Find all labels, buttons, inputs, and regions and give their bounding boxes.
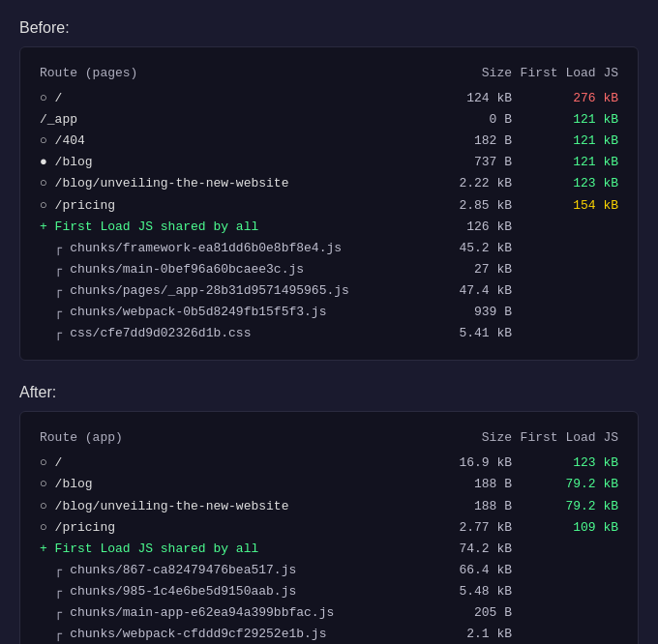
chunk-name: ┌ chunks/main-0bef96a60bcaee3c.js [40,259,434,280]
chunk-name: ┌ css/cfe7dd9d02326d1b.css [40,323,434,344]
before-shared-row: + First Load JS shared by all 126 kB [40,217,618,238]
first-load-cell: 121 kB [512,152,618,173]
size-cell: 188 B [434,496,512,517]
route-cell: ○ / [40,453,434,474]
chunk-size: 45.2 kB [434,238,512,259]
size-cell: 16.9 kB [434,453,512,474]
first-load-cell: 79.2 kB [512,496,618,517]
chunk-row: ┌ chunks/main-0bef96a60bcaee3c.js 27 kB [40,259,618,280]
first-load-cell: 109 kB [512,517,618,539]
chunk-row: ┌ chunks/pages/_app-28b31d9571495965.js … [40,280,618,302]
after-shared-label: + First Load JS shared by all [40,539,434,560]
size-cell: 0 B [434,109,512,131]
chunk-size: 47.4 kB [434,280,512,302]
after-table: Route (app) Size First Load JS ○ / 16.9 … [19,411,639,644]
table-row: ○ / 124 kB 276 kB [40,88,618,109]
route-cell: ○ /404 [40,131,434,152]
size-cell: 737 B [434,152,512,173]
size-cell: 2.85 kB [434,195,512,217]
chunk-size: 939 B [434,302,512,323]
chunk-size: 205 B [434,602,512,624]
chunk-size: 27 kB [434,259,512,280]
route-cell: /_app [40,109,434,131]
chunk-row: ┌ chunks/webpack-0b5d8249fb15f5f3.js 939… [40,302,618,323]
size-cell: 188 B [434,474,512,495]
chunk-name: ┌ chunks/pages/_app-28b31d9571495965.js [40,280,434,302]
size-cell: 2.77 kB [434,517,512,539]
chunk-row: ┌ css/cfe7dd9d02326d1b.css 5.41 kB [40,323,618,344]
chunk-row: ┌ chunks/webpack-cfddd9cf29252e1b.js 2.1… [40,624,618,644]
after-chunks: ┌ chunks/867-ca82479476bea517.js 66.4 kB… [40,560,618,644]
route-cell: ● /blog [40,152,434,173]
first-load-cell: 121 kB [512,109,618,131]
chunk-row: ┌ chunks/main-app-e62ea94a399bbfac.js 20… [40,602,618,624]
before-header-route: Route (pages) [40,63,434,84]
before-header-size: Size [434,63,512,84]
table-row: ○ /blog/unveiling-the-new-website 2.22 k… [40,173,618,194]
chunk-size: 66.4 kB [434,560,512,581]
chunk-row: ┌ chunks/867-ca82479476bea517.js 66.4 kB [40,560,618,581]
after-shared-row: + First Load JS shared by all 74.2 kB [40,539,618,560]
chunk-size: 2.1 kB [434,624,512,644]
after-header-first-load: First Load JS [512,427,618,449]
after-header-size: Size [434,427,512,449]
first-load-cell: 79.2 kB [512,474,618,495]
after-header: Route (app) Size First Load JS [40,427,618,449]
chunk-size: 5.41 kB [434,323,512,344]
first-load-cell: 123 kB [512,453,618,474]
before-shared-label: + First Load JS shared by all [40,217,434,238]
size-cell: 182 B [434,131,512,152]
chunk-name: ┌ chunks/framework-ea81dd6b0e8bf8e4.js [40,238,434,259]
first-load-cell: 276 kB [512,88,618,109]
after-rows: ○ / 16.9 kB 123 kB ○ /blog 188 B 79.2 kB… [40,453,618,538]
before-header: Route (pages) Size First Load JS [40,63,618,84]
size-cell: 2.22 kB [434,173,512,194]
chunk-row: ┌ chunks/985-1c4e6be5d9150aab.js 5.48 kB [40,581,618,602]
before-shared-size: 126 kB [434,217,512,238]
table-row: /_app 0 B 121 kB [40,109,618,131]
before-label: Before: [19,19,639,37]
after-shared-size: 74.2 kB [434,539,512,560]
chunk-name: ┌ chunks/main-app-e62ea94a399bbfac.js [40,602,434,624]
chunk-name: ┌ chunks/webpack-0b5d8249fb15f5f3.js [40,302,434,323]
chunk-row: ┌ chunks/framework-ea81dd6b0e8bf8e4.js 4… [40,238,618,259]
route-cell: ○ /blog/unveiling-the-new-website [40,173,434,194]
chunk-name: ┌ chunks/webpack-cfddd9cf29252e1b.js [40,624,434,644]
after-header-route: Route (app) [40,427,434,449]
chunk-size: 5.48 kB [434,581,512,602]
route-cell: ○ /pricing [40,517,434,539]
before-chunks: ┌ chunks/framework-ea81dd6b0e8bf8e4.js 4… [40,238,618,344]
table-row: ○ /pricing 2.77 kB 109 kB [40,517,618,539]
size-cell: 124 kB [434,88,512,109]
chunk-name: ┌ chunks/985-1c4e6be5d9150aab.js [40,581,434,602]
route-cell: ○ / [40,88,434,109]
first-load-cell: 121 kB [512,131,618,152]
table-row: ○ /blog/unveiling-the-new-website 188 B … [40,496,618,517]
before-header-first-load: First Load JS [512,63,618,84]
before-table: Route (pages) Size First Load JS ○ / 124… [19,46,639,361]
table-row: ● /blog 737 B 121 kB [40,152,618,173]
route-cell: ○ /pricing [40,195,434,217]
first-load-cell: 154 kB [512,195,618,217]
route-cell: ○ /blog/unveiling-the-new-website [40,496,434,517]
route-cell: ○ /blog [40,474,434,495]
after-label: After: [19,384,639,401]
table-row: ○ / 16.9 kB 123 kB [40,453,618,474]
before-rows: ○ / 124 kB 276 kB /_app 0 B 121 kB ○ /40… [40,88,618,217]
table-row: ○ /blog 188 B 79.2 kB [40,474,618,495]
first-load-cell: 123 kB [512,173,618,194]
table-row: ○ /404 182 B 121 kB [40,131,618,152]
table-row: ○ /pricing 2.85 kB 154 kB [40,195,618,217]
chunk-name: ┌ chunks/867-ca82479476bea517.js [40,560,434,581]
